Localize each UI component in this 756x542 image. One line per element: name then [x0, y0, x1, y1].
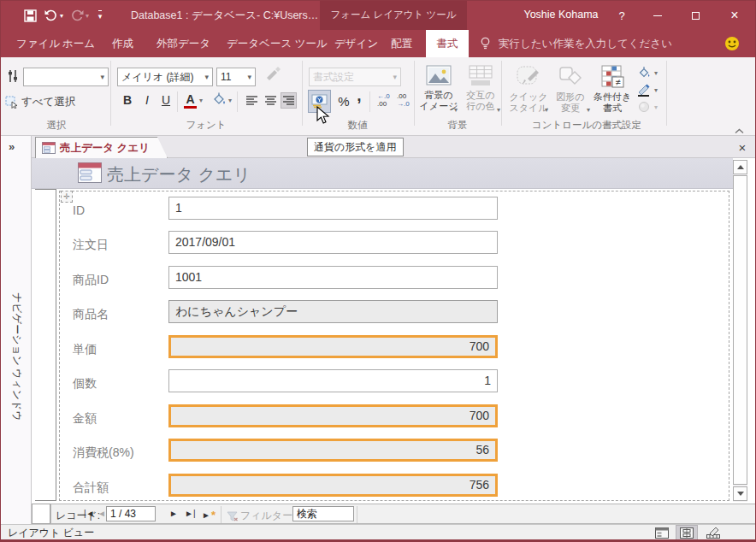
record-search-input[interactable]: [292, 506, 354, 521]
scrollbar-thumb[interactable]: [733, 175, 747, 485]
qat-customize-button[interactable]: ▾: [93, 7, 107, 24]
tab-database-tools[interactable]: データベース ツール: [221, 30, 333, 57]
field-label-amount[interactable]: 金額: [73, 407, 165, 429]
align-center-button[interactable]: [263, 92, 279, 109]
status-bar: [1, 524, 756, 540]
select-all-button[interactable]: すべて選択: [5, 95, 75, 109]
field-value-product-id[interactable]: 1001: [168, 266, 498, 289]
increase-decimals-button[interactable]: ←.0 .00: [377, 92, 390, 108]
design-view-icon: [706, 527, 720, 539]
help-button[interactable]: ?: [605, 1, 639, 30]
new-record-button[interactable]: ►*: [202, 509, 216, 521]
percent-format-button[interactable]: %: [335, 91, 352, 110]
group-label-control-formatting: コントロールの書式設定: [510, 119, 664, 132]
format-painter-icon: [264, 66, 281, 83]
group-label-font: フォント: [168, 119, 245, 132]
tab-external-data[interactable]: 外部データ: [151, 30, 216, 57]
shape-fill-button[interactable]: ▾: [637, 66, 658, 80]
previous-record-icon: ◄: [97, 509, 106, 518]
field-value-tax[interactable]: 56: [168, 439, 498, 462]
field-label-tax[interactable]: 消費税(8%): [73, 441, 165, 463]
close-button[interactable]: ×: [718, 1, 752, 30]
form-view-button[interactable]: [651, 525, 673, 540]
field-value-id[interactable]: 1: [168, 197, 498, 220]
shape-fill-caret-icon: ▾: [654, 69, 658, 80]
first-record-button[interactable]: |◄: [84, 509, 95, 518]
decrease-decimals-button[interactable]: .00 →.0: [397, 92, 410, 108]
tab-format-active[interactable]: 書式: [426, 30, 469, 57]
underline-button[interactable]: U: [158, 93, 174, 107]
field-label-total[interactable]: 合計額: [73, 476, 165, 498]
save-button[interactable]: [21, 7, 38, 24]
small-separator: [369, 91, 370, 112]
fill-bucket-icon: [211, 91, 227, 107]
conditional-formatting-icon: ≠: [599, 65, 625, 89]
field-value-quantity[interactable]: 1: [168, 369, 498, 392]
layout-view-button-selected[interactable]: [676, 525, 698, 540]
next-record-icon: ►: [169, 509, 178, 518]
font-name-combo[interactable]: メイリオ (詳細) ▾: [117, 68, 213, 86]
design-view-button[interactable]: [702, 525, 724, 540]
fill-color-button[interactable]: ▾: [211, 91, 232, 107]
shape-effects-icon: [637, 100, 652, 114]
document-tab-active[interactable]: 売上データ クエリ: [35, 137, 168, 158]
nav-pane-vertical-title[interactable]: ナビゲーション ウィンドウ: [9, 289, 24, 426]
object-selector-combo[interactable]: ▾: [23, 68, 109, 86]
tab-home[interactable]: ホーム: [57, 30, 100, 57]
comma-format-button[interactable]: ,: [353, 86, 365, 105]
field-value-order-date[interactable]: 2017/09/01: [168, 231, 498, 254]
layout-view-icon: [680, 527, 694, 539]
feedback-smiley-icon[interactable]: [724, 36, 740, 55]
field-label-unit-price[interactable]: 単価: [73, 338, 165, 360]
field-label-order-date[interactable]: 注文日: [73, 233, 165, 256]
next-record-button[interactable]: ►: [169, 509, 178, 518]
vertical-scrollbar[interactable]: [733, 160, 747, 502]
shape-outline-icon: [637, 83, 652, 97]
select-all-icon: [5, 96, 18, 109]
conditional-formatting-label: 条件付き 書式: [594, 91, 631, 114]
shape-outline-button[interactable]: ▾: [637, 83, 658, 97]
combo-caret-icon: ▾: [247, 73, 251, 81]
account-name[interactable]: Yoshie Kohama: [507, 9, 615, 21]
field-value-amount[interactable]: 700: [168, 404, 498, 427]
background-image-icon: [425, 65, 452, 87]
field-label-quantity[interactable]: 個数: [73, 372, 165, 394]
field-value-unit-price[interactable]: 700: [168, 335, 498, 358]
layout-move-handle[interactable]: ✛: [61, 191, 73, 203]
font-size-combo[interactable]: 11 ▾: [216, 68, 256, 86]
record-selector-bar[interactable]: [35, 189, 56, 501]
scroll-down-button[interactable]: [733, 486, 747, 501]
italic-button[interactable]: I: [139, 93, 155, 107]
bold-button[interactable]: B: [120, 93, 135, 107]
tab-arrange[interactable]: 配置: [386, 30, 417, 57]
undo-button[interactable]: ▾: [42, 7, 66, 24]
scroll-down-icon: [737, 492, 744, 496]
tell-me-search[interactable]: 実行したい作業を入力してください: [493, 30, 677, 57]
scroll-up-icon: [737, 165, 744, 169]
background-image-label: 背景の イメージ: [420, 90, 458, 112]
filter-icon: [227, 510, 238, 525]
undo-icon: [44, 9, 58, 21]
align-right-button-selected[interactable]: [281, 92, 297, 109]
tab-create[interactable]: 作成: [107, 30, 139, 57]
close-document-button[interactable]: ×: [733, 138, 752, 156]
expand-nav-pane-icon[interactable]: »: [9, 140, 15, 153]
navigator-separator: [221, 506, 221, 523]
field-label-id[interactable]: ID: [73, 199, 165, 221]
align-left-button[interactable]: [244, 92, 260, 109]
new-record-star-icon: *: [211, 509, 216, 521]
maximize-button[interactable]: [678, 1, 712, 30]
new-record-arrow-icon: ►: [202, 510, 210, 520]
last-record-button[interactable]: ►|: [185, 509, 196, 518]
field-label-product-id[interactable]: 商品ID: [73, 268, 165, 291]
field-value-product-name[interactable]: わにちゃんシャンプー: [168, 300, 498, 323]
last-bar: |: [193, 509, 196, 518]
close-document-icon: ×: [739, 140, 747, 155]
field-value-total[interactable]: 756: [168, 474, 498, 497]
scroll-up-button[interactable]: [733, 160, 747, 174]
font-color-button[interactable]: A ▾: [184, 91, 203, 109]
field-label-product-name[interactable]: 商品名: [73, 303, 165, 325]
tab-design[interactable]: デザイン: [329, 30, 383, 57]
record-position-input[interactable]: [106, 506, 156, 521]
minimize-button[interactable]: [641, 1, 675, 30]
